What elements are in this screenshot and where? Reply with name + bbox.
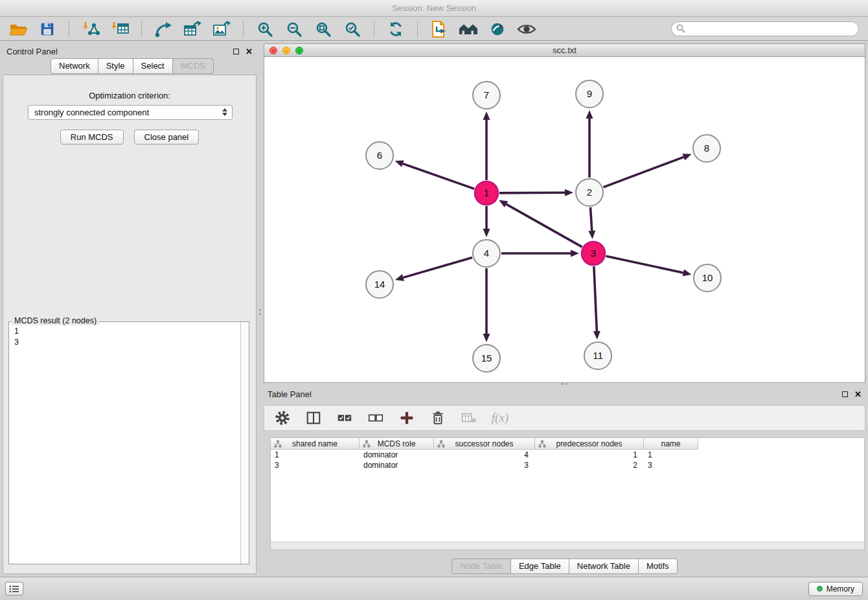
graph-node-1[interactable]: 1 <box>475 181 498 205</box>
svg-text:9: 9 <box>587 88 592 99</box>
unselect-all-button[interactable] <box>367 409 385 427</box>
network-window-titlebar: scc.txt × − + <box>264 43 865 57</box>
cell-predecessor-nodes: 1 <box>535 450 644 460</box>
refresh-view-button[interactable] <box>385 19 406 39</box>
export-table-button[interactable] <box>182 19 203 39</box>
delete-entry-button[interactable] <box>429 409 447 427</box>
graph-arrowhead <box>586 110 593 119</box>
tab-style[interactable]: Style <box>98 58 133 74</box>
graph-edge-3-1[interactable] <box>506 204 582 247</box>
column-header-mcds-role[interactable]: MCDS role <box>360 438 434 450</box>
network-canvas[interactable]: 7968124314101511 <box>264 57 865 383</box>
add-entry-button[interactable] <box>398 409 416 427</box>
graph-arrowhead <box>395 274 404 281</box>
svg-text:2: 2 <box>587 187 592 198</box>
tab-motifs[interactable]: Motifs <box>639 559 678 574</box>
mcds-result-box: MCDS result (2 nodes) 1 3 <box>8 321 249 564</box>
search-input[interactable] <box>671 21 859 36</box>
import-network-button[interactable] <box>80 19 101 39</box>
graph-arrowhead <box>593 331 600 340</box>
graph-edge-2-8[interactable] <box>604 157 684 187</box>
close-panel-button[interactable]: ✕ <box>246 47 253 56</box>
delete-table-button[interactable] <box>460 409 478 427</box>
zoom-out-button[interactable] <box>284 19 304 39</box>
cell-successor-nodes: 4 <box>434 450 535 460</box>
table-panel-header: Table Panel ✕ <box>264 387 865 401</box>
float-table-panel-button[interactable] <box>842 391 848 397</box>
export-network-button[interactable] <box>153 19 174 39</box>
import-table-button[interactable] <box>109 19 130 39</box>
graph-node-2[interactable]: 2 <box>576 179 603 206</box>
zoom-in-button[interactable] <box>255 19 275 39</box>
tab-network-table[interactable]: Network Table <box>569 559 639 574</box>
graph-node-15[interactable]: 15 <box>473 345 500 372</box>
graph-node-11[interactable]: 11 <box>584 342 611 369</box>
tab-network[interactable]: Network <box>51 58 98 74</box>
column-header-predecessor-nodes[interactable]: predecessor nodes <box>535 438 644 450</box>
application-window: Session: New Session <box>0 0 868 600</box>
memory-label: Memory <box>827 584 854 594</box>
status-bar: Memory <box>0 577 868 600</box>
close-mcds-panel-button[interactable]: Close panel <box>134 130 200 144</box>
cell-predecessor-nodes: 2 <box>535 460 644 470</box>
graph-node-4[interactable]: 4 <box>473 240 500 267</box>
graph-node-6[interactable]: 6 <box>366 142 393 169</box>
split-view-button[interactable] <box>304 409 323 427</box>
column-header-shared-name[interactable]: shared name <box>271 438 360 450</box>
column-header-name[interactable]: name <box>644 438 698 450</box>
plus-icon <box>398 410 415 426</box>
graph-edge-1-2[interactable] <box>499 192 565 193</box>
apply-style-button[interactable] <box>487 19 508 39</box>
minimize-window-button[interactable]: − <box>282 47 290 54</box>
export-image-button[interactable] <box>211 19 232 39</box>
vertical-splitter[interactable] <box>258 304 262 319</box>
graph-node-9[interactable]: 9 <box>576 80 603 108</box>
run-mcds-button[interactable]: Run MCDS <box>60 130 124 144</box>
close-table-panel-button[interactable]: ✕ <box>854 390 862 398</box>
unselect-all-icon <box>367 410 384 426</box>
fx-icon: f(x) <box>492 411 508 425</box>
tab-select[interactable]: Select <box>133 58 173 74</box>
graph-node-8[interactable]: 8 <box>693 135 720 162</box>
open-session-button[interactable] <box>8 19 29 39</box>
criterion-select[interactable]: strongly connected component <box>28 105 233 120</box>
table-hscrollbar[interactable] <box>271 542 864 549</box>
table-header-row: shared name MCDS role <box>271 438 864 450</box>
control-panel-header: Control Panel ✕ <box>3 44 257 58</box>
network-from-selection-icon <box>429 20 449 38</box>
graph-node-7[interactable]: 7 <box>473 82 500 109</box>
result-scrollbar[interactable] <box>240 322 249 564</box>
maximize-window-button[interactable]: + <box>295 47 303 54</box>
float-panel-button[interactable] <box>233 49 239 54</box>
column-header-successor-nodes[interactable]: successor nodes <box>434 438 535 450</box>
toolbar-separator <box>417 21 418 38</box>
graph-arrowhead <box>483 229 490 237</box>
graph-edge-3-10[interactable] <box>606 256 683 273</box>
graph-node-3[interactable]: 3 <box>582 242 605 265</box>
table-settings-button[interactable] <box>273 409 291 427</box>
show-panels-button[interactable] <box>5 582 23 595</box>
table-row[interactable]: 3 dominator 3 2 3 <box>271 460 864 470</box>
zoom-fit-button[interactable] <box>313 19 334 39</box>
refresh-icon <box>387 20 405 38</box>
first-neighbors-button[interactable] <box>458 19 479 39</box>
close-window-button[interactable]: × <box>269 47 277 54</box>
svg-text:8: 8 <box>704 143 709 154</box>
table-row[interactable]: 1 dominator 4 1 1 <box>271 450 864 460</box>
graph-edge-2-3[interactable] <box>590 207 591 231</box>
save-session-button[interactable] <box>37 19 58 39</box>
zoom-selected-button[interactable] <box>342 19 363 39</box>
select-all-button[interactable] <box>336 409 354 427</box>
function-builder-button[interactable]: f(x) <box>491 409 509 427</box>
graph-edge-4-14[interactable] <box>403 257 472 277</box>
graph-edge-1-6[interactable] <box>403 164 474 189</box>
network-from-selection-button[interactable] <box>429 19 450 39</box>
tab-node-table[interactable]: Node Table <box>451 559 511 574</box>
memory-button[interactable]: Memory <box>808 582 863 596</box>
show-hide-button[interactable] <box>516 19 537 39</box>
graph-edge-3-11[interactable] <box>594 266 597 331</box>
tab-edge-table[interactable]: Edge Table <box>511 559 569 574</box>
graph-node-14[interactable]: 14 <box>366 271 393 298</box>
tab-mcds[interactable]: MCDS <box>173 58 214 74</box>
graph-node-10[interactable]: 10 <box>694 264 721 292</box>
